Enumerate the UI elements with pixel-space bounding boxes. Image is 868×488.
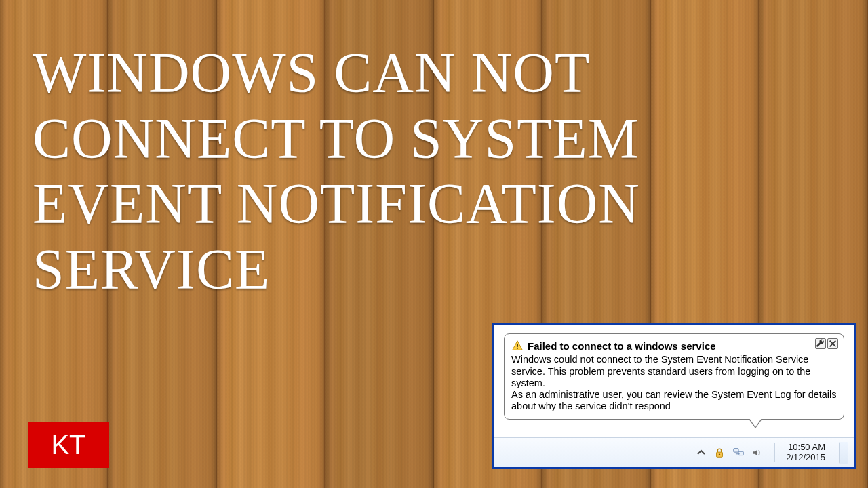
notification-capture: Failed to connect to a windows service W…: [492, 323, 856, 469]
notification-balloon[interactable]: Failed to connect to a windows service W…: [504, 333, 844, 420]
taskbar-clock[interactable]: 10:50 AM 2/12/2015: [782, 443, 829, 463]
warning-icon: [511, 340, 524, 352]
svg-rect-1: [517, 348, 518, 349]
svg-point-3: [719, 453, 720, 455]
clock-time: 10:50 AM: [786, 443, 825, 453]
network-icon[interactable]: [732, 447, 745, 459]
svg-rect-5: [738, 451, 743, 455]
headline-text: WINDOWS CAN NOT CONNECT TO SYSTEM EVENT …: [33, 41, 827, 302]
chevron-up-icon[interactable]: [696, 447, 707, 458]
lock-icon[interactable]: [713, 447, 726, 459]
show-desktop-button[interactable]: [839, 442, 848, 464]
svg-rect-0: [517, 344, 518, 348]
volume-icon[interactable]: [751, 447, 764, 459]
clock-date: 2/12/2015: [786, 453, 825, 463]
brand-badge: KT: [28, 422, 109, 468]
balloon-body: Windows could not connect to the System …: [511, 354, 837, 412]
balloon-title: Failed to connect to a windows service: [528, 340, 716, 352]
balloon-tail: [749, 419, 762, 428]
svg-rect-4: [734, 448, 738, 451]
taskbar: 10:50 AM 2/12/2015: [494, 437, 854, 467]
